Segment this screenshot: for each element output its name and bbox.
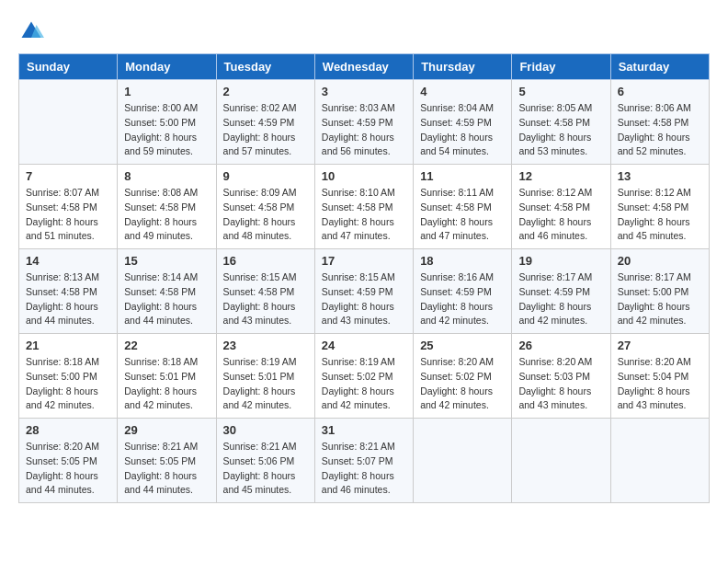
day-info: Sunrise: 8:02 AM Sunset: 4:59 PM Dayligh… xyxy=(223,101,308,159)
header-monday: Monday xyxy=(118,54,216,80)
day-number: 20 xyxy=(618,254,702,268)
calendar-table: SundayMondayTuesdayWednesdayThursdayFrid… xyxy=(18,53,710,503)
day-number: 2 xyxy=(223,85,308,98)
day-info: Sunrise: 8:15 AM Sunset: 4:58 PM Dayligh… xyxy=(223,270,308,328)
day-number: 10 xyxy=(322,169,406,183)
day-number: 4 xyxy=(420,85,505,98)
day-number: 19 xyxy=(518,254,603,268)
day-cell: 31Sunrise: 8:21 AM Sunset: 5:07 PM Dayli… xyxy=(314,419,413,503)
day-number: 28 xyxy=(26,423,110,437)
day-number: 25 xyxy=(420,339,505,352)
day-cell: 18Sunrise: 8:16 AM Sunset: 4:59 PM Dayli… xyxy=(414,249,512,334)
header-sunday: Sunday xyxy=(19,54,118,80)
day-number: 21 xyxy=(26,339,110,352)
day-cell: 2Sunrise: 8:02 AM Sunset: 4:59 PM Daylig… xyxy=(216,80,314,165)
week-row-1: 1Sunrise: 8:00 AM Sunset: 5:00 PM Daylig… xyxy=(19,80,710,165)
day-number: 13 xyxy=(618,169,702,183)
day-info: Sunrise: 8:21 AM Sunset: 5:06 PM Dayligh… xyxy=(223,440,308,498)
day-info: Sunrise: 8:20 AM Sunset: 5:05 PM Dayligh… xyxy=(26,440,110,498)
header-thursday: Thursday xyxy=(414,54,512,80)
day-info: Sunrise: 8:20 AM Sunset: 5:02 PM Dayligh… xyxy=(420,355,505,413)
day-cell: 7Sunrise: 8:07 AM Sunset: 4:58 PM Daylig… xyxy=(19,165,118,249)
day-number: 7 xyxy=(26,169,110,183)
day-cell: 28Sunrise: 8:20 AM Sunset: 5:05 PM Dayli… xyxy=(19,419,118,503)
page-header xyxy=(18,18,710,44)
day-info: Sunrise: 8:07 AM Sunset: 4:58 PM Dayligh… xyxy=(26,186,110,244)
day-cell: 16Sunrise: 8:15 AM Sunset: 4:58 PM Dayli… xyxy=(216,249,314,334)
day-info: Sunrise: 8:16 AM Sunset: 4:59 PM Dayligh… xyxy=(420,270,505,328)
day-info: Sunrise: 8:00 AM Sunset: 5:00 PM Dayligh… xyxy=(124,101,209,159)
day-cell: 4Sunrise: 8:04 AM Sunset: 4:59 PM Daylig… xyxy=(414,80,512,165)
day-number: 24 xyxy=(322,339,406,352)
day-cell: 30Sunrise: 8:21 AM Sunset: 5:06 PM Dayli… xyxy=(216,419,314,503)
day-cell: 27Sunrise: 8:20 AM Sunset: 5:04 PM Dayli… xyxy=(610,334,709,419)
day-cell: 15Sunrise: 8:14 AM Sunset: 4:58 PM Dayli… xyxy=(118,249,216,334)
day-cell: 13Sunrise: 8:12 AM Sunset: 4:58 PM Dayli… xyxy=(610,165,709,249)
day-number: 5 xyxy=(518,85,603,98)
day-info: Sunrise: 8:06 AM Sunset: 4:58 PM Dayligh… xyxy=(618,101,702,159)
logo-icon xyxy=(18,18,44,44)
day-number: 14 xyxy=(26,254,110,268)
day-info: Sunrise: 8:11 AM Sunset: 4:58 PM Dayligh… xyxy=(420,186,505,244)
day-cell: 5Sunrise: 8:05 AM Sunset: 4:58 PM Daylig… xyxy=(512,80,610,165)
week-row-5: 28Sunrise: 8:20 AM Sunset: 5:05 PM Dayli… xyxy=(19,419,710,503)
day-cell: 9Sunrise: 8:09 AM Sunset: 4:58 PM Daylig… xyxy=(216,165,314,249)
day-cell: 3Sunrise: 8:03 AM Sunset: 4:59 PM Daylig… xyxy=(314,80,413,165)
day-number: 6 xyxy=(618,85,702,98)
day-cell: 11Sunrise: 8:11 AM Sunset: 4:58 PM Dayli… xyxy=(414,165,512,249)
day-info: Sunrise: 8:05 AM Sunset: 4:58 PM Dayligh… xyxy=(518,101,603,159)
day-number: 1 xyxy=(124,85,209,98)
day-cell xyxy=(512,419,610,503)
day-info: Sunrise: 8:18 AM Sunset: 5:00 PM Dayligh… xyxy=(26,355,110,413)
day-cell xyxy=(610,419,709,503)
day-cell: 1Sunrise: 8:00 AM Sunset: 5:00 PM Daylig… xyxy=(118,80,216,165)
day-cell xyxy=(414,419,512,503)
day-cell: 6Sunrise: 8:06 AM Sunset: 4:58 PM Daylig… xyxy=(610,80,709,165)
day-cell: 20Sunrise: 8:17 AM Sunset: 5:00 PM Dayli… xyxy=(610,249,709,334)
day-cell: 25Sunrise: 8:20 AM Sunset: 5:02 PM Dayli… xyxy=(414,334,512,419)
day-number: 30 xyxy=(223,423,308,437)
day-info: Sunrise: 8:09 AM Sunset: 4:58 PM Dayligh… xyxy=(223,186,308,244)
day-number: 22 xyxy=(124,339,209,352)
week-row-4: 21Sunrise: 8:18 AM Sunset: 5:00 PM Dayli… xyxy=(19,334,710,419)
day-info: Sunrise: 8:13 AM Sunset: 4:58 PM Dayligh… xyxy=(26,270,110,328)
day-number: 11 xyxy=(420,169,505,183)
day-info: Sunrise: 8:19 AM Sunset: 5:02 PM Dayligh… xyxy=(322,355,406,413)
day-info: Sunrise: 8:21 AM Sunset: 5:05 PM Dayligh… xyxy=(124,440,209,498)
day-info: Sunrise: 8:17 AM Sunset: 5:00 PM Dayligh… xyxy=(618,270,702,328)
day-number: 17 xyxy=(322,254,406,268)
day-info: Sunrise: 8:15 AM Sunset: 4:59 PM Dayligh… xyxy=(322,270,406,328)
day-number: 23 xyxy=(223,339,308,352)
day-cell: 12Sunrise: 8:12 AM Sunset: 4:58 PM Dayli… xyxy=(512,165,610,249)
day-info: Sunrise: 8:19 AM Sunset: 5:01 PM Dayligh… xyxy=(223,355,308,413)
day-cell: 21Sunrise: 8:18 AM Sunset: 5:00 PM Dayli… xyxy=(19,334,118,419)
day-number: 27 xyxy=(618,339,702,352)
day-cell: 8Sunrise: 8:08 AM Sunset: 4:58 PM Daylig… xyxy=(118,165,216,249)
header-wednesday: Wednesday xyxy=(314,54,413,80)
day-cell: 29Sunrise: 8:21 AM Sunset: 5:05 PM Dayli… xyxy=(118,419,216,503)
day-number: 29 xyxy=(124,423,209,437)
day-info: Sunrise: 8:03 AM Sunset: 4:59 PM Dayligh… xyxy=(322,101,406,159)
day-info: Sunrise: 8:17 AM Sunset: 4:59 PM Dayligh… xyxy=(518,270,603,328)
day-number: 16 xyxy=(223,254,308,268)
day-info: Sunrise: 8:18 AM Sunset: 5:01 PM Dayligh… xyxy=(124,355,209,413)
day-number: 12 xyxy=(518,169,603,183)
day-number: 3 xyxy=(322,85,406,98)
week-row-2: 7Sunrise: 8:07 AM Sunset: 4:58 PM Daylig… xyxy=(19,165,710,249)
day-cell: 14Sunrise: 8:13 AM Sunset: 4:58 PM Dayli… xyxy=(19,249,118,334)
day-cell: 19Sunrise: 8:17 AM Sunset: 4:59 PM Dayli… xyxy=(512,249,610,334)
day-cell: 24Sunrise: 8:19 AM Sunset: 5:02 PM Dayli… xyxy=(314,334,413,419)
week-row-3: 14Sunrise: 8:13 AM Sunset: 4:58 PM Dayli… xyxy=(19,249,710,334)
day-cell: 22Sunrise: 8:18 AM Sunset: 5:01 PM Dayli… xyxy=(118,334,216,419)
day-cell: 23Sunrise: 8:19 AM Sunset: 5:01 PM Dayli… xyxy=(216,334,314,419)
calendar-header-row: SundayMondayTuesdayWednesdayThursdayFrid… xyxy=(19,54,710,80)
day-cell xyxy=(19,80,118,165)
day-cell: 10Sunrise: 8:10 AM Sunset: 4:58 PM Dayli… xyxy=(314,165,413,249)
day-number: 15 xyxy=(124,254,209,268)
day-info: Sunrise: 8:14 AM Sunset: 4:58 PM Dayligh… xyxy=(124,270,209,328)
day-number: 26 xyxy=(518,339,603,352)
day-info: Sunrise: 8:20 AM Sunset: 5:03 PM Dayligh… xyxy=(518,355,603,413)
day-info: Sunrise: 8:04 AM Sunset: 4:59 PM Dayligh… xyxy=(420,101,505,159)
day-info: Sunrise: 8:12 AM Sunset: 4:58 PM Dayligh… xyxy=(618,186,702,244)
header-tuesday: Tuesday xyxy=(216,54,314,80)
